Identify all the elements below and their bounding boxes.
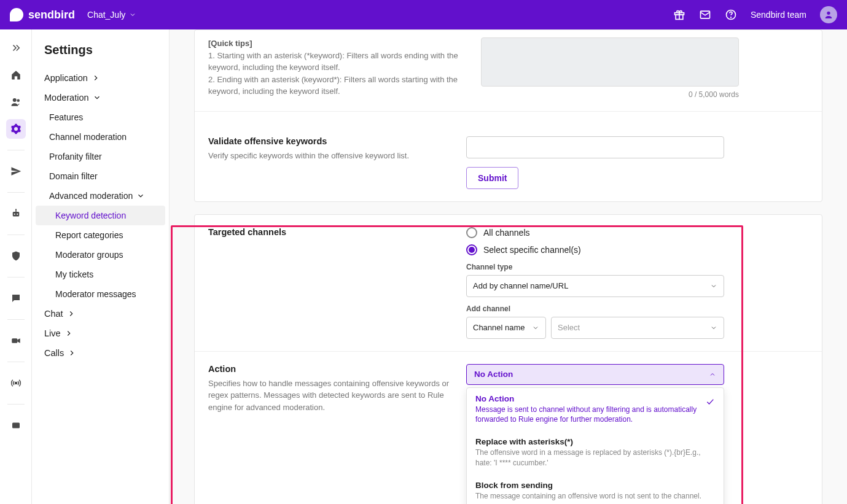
sidebar-item-keyword-detection[interactable]: Keyword detection bbox=[36, 206, 165, 225]
quick-tips-line1: 1. Starting with an asterisk (*keyword):… bbox=[208, 51, 458, 72]
radio-specific-channels[interactable]: Select specific channel(s) bbox=[466, 244, 724, 255]
chevron-right-icon bbox=[92, 74, 100, 82]
add-channel-label: Add channel bbox=[466, 304, 724, 313]
action-dropdown-menu: No Action Message is sent to channel wit… bbox=[466, 387, 724, 505]
content-area: [Quick tips] 1. Starting with an asteris… bbox=[170, 29, 847, 504]
brand-name: sendbird bbox=[28, 9, 75, 21]
chevron-down-icon bbox=[93, 93, 101, 102]
svg-point-11 bbox=[17, 214, 18, 215]
chevron-down-icon bbox=[710, 324, 717, 331]
sidebar-item-application[interactable]: Application bbox=[32, 68, 169, 88]
sidebar-item-moderation[interactable]: Moderation bbox=[32, 88, 169, 107]
chevron-down-icon bbox=[532, 324, 539, 331]
svg-rect-9 bbox=[12, 212, 19, 217]
sidebar-item-moderator-messages[interactable]: Moderator messages bbox=[32, 284, 169, 304]
chevron-down-icon bbox=[710, 282, 717, 290]
sidebar-item-domain-filter[interactable]: Domain filter bbox=[32, 166, 169, 186]
user-avatar[interactable] bbox=[820, 6, 837, 23]
app-selector-label: Chat_July bbox=[87, 10, 125, 20]
svg-point-13 bbox=[15, 209, 16, 210]
radio-all-channels[interactable]: All channels bbox=[466, 227, 724, 238]
validate-section: Validate offensive keywords Verify speci… bbox=[195, 111, 822, 201]
channel-type-select[interactable]: Add by channel name/URL bbox=[466, 275, 724, 297]
settings-sidebar: Settings Application Moderation Features… bbox=[32, 29, 170, 504]
chevron-down-icon bbox=[136, 192, 145, 200]
app-selector[interactable]: Chat_July bbox=[87, 10, 136, 20]
svg-point-5 bbox=[731, 17, 732, 18]
rail-video-icon[interactable] bbox=[6, 331, 26, 351]
action-select-trigger[interactable]: No Action bbox=[466, 364, 724, 385]
targeted-channels-section: Targeted channels All channels Select sp… bbox=[195, 215, 822, 351]
svg-point-7 bbox=[12, 98, 16, 102]
sidebar-item-chat[interactable]: Chat bbox=[32, 304, 169, 324]
rail-settings-icon[interactable] bbox=[6, 119, 26, 139]
channel-name-select[interactable]: Channel name bbox=[466, 317, 546, 339]
chevron-right-icon bbox=[67, 309, 76, 318]
chevron-right-icon bbox=[64, 329, 73, 338]
quick-tips-line2: 2. Ending with an asterisk (keyword*): F… bbox=[208, 75, 458, 96]
action-option-no-action[interactable]: No Action Message is sent to channel wit… bbox=[467, 388, 724, 432]
channel-select[interactable]: Select bbox=[551, 317, 724, 339]
mail-icon[interactable] bbox=[699, 9, 711, 21]
radio-all-label: All channels bbox=[483, 228, 530, 238]
svg-point-8 bbox=[17, 99, 20, 103]
validate-input[interactable] bbox=[466, 136, 724, 158]
sidebar-item-channel-moderation[interactable]: Channel moderation bbox=[32, 127, 169, 147]
radio-icon bbox=[466, 244, 477, 255]
word-count: 0 / 5,000 words bbox=[689, 90, 739, 99]
topbar-right: Sendbird team bbox=[673, 6, 837, 23]
action-option-replace-asterisks[interactable]: Replace with asterisks(*) The offensive … bbox=[467, 431, 724, 475]
rail-users-icon[interactable] bbox=[6, 92, 26, 112]
help-icon[interactable] bbox=[725, 9, 737, 21]
brand-logo[interactable]: sendbird bbox=[10, 8, 75, 21]
sidebar-title: Settings bbox=[32, 43, 169, 57]
rail-shield-icon[interactable] bbox=[6, 246, 26, 266]
keywords-textarea[interactable] bbox=[481, 37, 739, 87]
action-option-block-sending[interactable]: Block from sending The message containin… bbox=[467, 475, 724, 504]
sidebar-item-report-categories[interactable]: Report categories bbox=[32, 225, 169, 245]
sidebar-item-live[interactable]: Live bbox=[32, 324, 169, 343]
svg-point-6 bbox=[827, 12, 830, 15]
check-icon bbox=[705, 397, 715, 406]
sidebar-item-calls[interactable]: Calls bbox=[32, 343, 169, 363]
radio-icon bbox=[466, 227, 477, 238]
rail-home-icon[interactable] bbox=[6, 65, 26, 85]
action-title: Action bbox=[208, 364, 466, 374]
quick-tips-heading: [Quick tips] bbox=[208, 39, 252, 48]
sidebar-item-advanced-moderation[interactable]: Advanced moderation bbox=[32, 186, 169, 206]
chevron-up-icon bbox=[709, 371, 716, 378]
channel-type-label: Channel type bbox=[466, 263, 724, 271]
sidebar-item-moderator-groups[interactable]: Moderator groups bbox=[32, 245, 169, 265]
validate-desc: Verify specific keywords within the offe… bbox=[208, 150, 466, 162]
validate-title: Validate offensive keywords bbox=[208, 136, 466, 146]
chevron-down-icon bbox=[129, 11, 136, 18]
svg-rect-14 bbox=[12, 338, 17, 343]
rail-expand-icon[interactable] bbox=[6, 38, 26, 58]
targeted-action-card: Targeted channels All channels Select sp… bbox=[194, 214, 822, 505]
sidebar-item-features[interactable]: Features bbox=[32, 107, 169, 127]
submit-button[interactable]: Submit bbox=[466, 167, 518, 189]
targeted-title: Targeted channels bbox=[208, 227, 466, 237]
nav-rail bbox=[0, 29, 32, 504]
gift-icon[interactable] bbox=[673, 9, 685, 21]
chevron-right-icon bbox=[68, 349, 76, 357]
action-section: Action Specifies how to handle messages … bbox=[195, 351, 822, 505]
sidebar-item-profanity-filter[interactable]: Profanity filter bbox=[32, 147, 169, 166]
sidebar-item-my-tickets[interactable]: My tickets bbox=[32, 265, 169, 284]
quick-tips-section: [Quick tips] 1. Starting with an asteris… bbox=[195, 30, 822, 111]
rail-send-icon[interactable] bbox=[6, 161, 26, 181]
top-bar: sendbird Chat_July Sendbird team bbox=[0, 0, 847, 29]
team-name: Sendbird team bbox=[751, 10, 806, 20]
action-dropdown: No Action No Action Message is sent to c… bbox=[466, 364, 724, 385]
svg-point-15 bbox=[15, 382, 17, 384]
action-desc: Specifies how to handle messages contain… bbox=[208, 378, 466, 414]
rail-bot-icon[interactable] bbox=[6, 204, 26, 223]
radio-specific-label: Select specific channel(s) bbox=[483, 245, 581, 255]
svg-point-10 bbox=[14, 214, 15, 215]
rail-app-icon[interactable] bbox=[6, 416, 26, 435]
logo-mark-icon bbox=[10, 8, 23, 21]
rail-broadcast-icon[interactable] bbox=[6, 373, 26, 393]
settings-card: [Quick tips] 1. Starting with an asteris… bbox=[194, 29, 822, 202]
rail-chat-icon[interactable] bbox=[6, 289, 26, 308]
svg-rect-16 bbox=[12, 423, 20, 428]
